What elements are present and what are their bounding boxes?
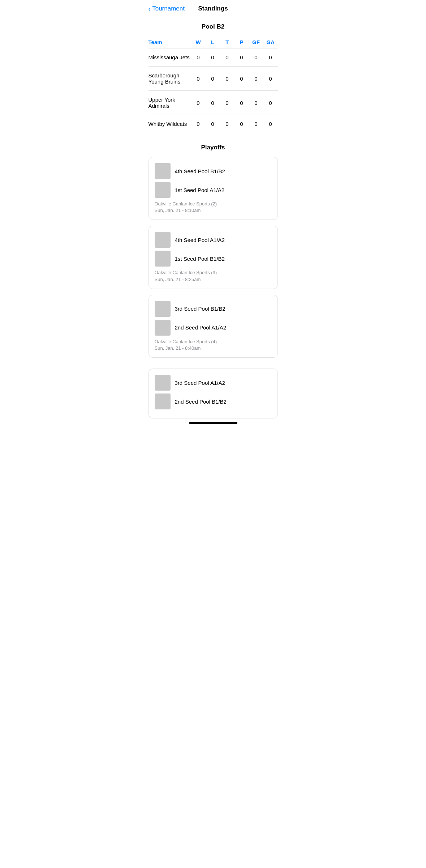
game-datetime: Sun, Jan. 21 - 8:10am	[155, 208, 201, 213]
matchup-venue: Oakville Canlan Ice Sports (2) Sun, Jan.…	[155, 201, 272, 214]
table-row[interactable]: Mississauga Jets 0 0 0 0 0 0	[149, 48, 278, 67]
back-chevron-icon: ‹	[149, 5, 151, 12]
matchup-team-row: 3rd Seed Pool B1/B2	[155, 301, 272, 317]
stat-gf: 0	[249, 100, 263, 106]
team-name: Whitby Wildcats	[149, 121, 191, 127]
standings-header: Team W L T P GF GA	[149, 39, 278, 48]
playoff-cards: 4th Seed Pool B1/B2 1st Seed Pool A1/A2 …	[143, 157, 284, 369]
stat-ga: 0	[263, 121, 278, 127]
stat-t: 0	[220, 121, 234, 127]
col-t-header: T	[220, 39, 234, 45]
stat-ga: 0	[263, 76, 278, 82]
page-title: Standings	[198, 5, 228, 12]
home-indicator	[143, 418, 284, 426]
team2-name: 1st Seed Pool A1/A2	[175, 187, 225, 193]
team1-name: 3rd Seed Pool B1/B2	[175, 306, 225, 312]
team-logo	[155, 393, 171, 409]
stat-p: 0	[234, 76, 249, 82]
col-team-header: Team	[149, 39, 191, 45]
playoffs-title: Playoffs	[143, 133, 284, 157]
playoff-card[interactable]: 4th Seed Pool A1/A2 1st Seed Pool B1/B2 …	[149, 226, 278, 289]
col-ga-header: GA	[263, 39, 278, 45]
team2-name: 1st Seed Pool B1/B2	[175, 256, 225, 262]
team-logo	[155, 320, 171, 336]
matchup-team-row: 3rd Seed Pool A1/A2	[155, 375, 272, 391]
game-datetime: Sun, Jan. 21 - 8:40am	[155, 345, 201, 351]
back-button[interactable]: ‹ Tournament	[149, 5, 185, 12]
col-p-header: P	[234, 39, 249, 45]
matchup-team-row: 4th Seed Pool B1/B2	[155, 163, 272, 179]
stat-p: 0	[234, 100, 249, 106]
col-gf-header: GF	[249, 39, 263, 45]
back-label: Tournament	[152, 5, 185, 12]
team-logo	[155, 251, 171, 267]
stat-t: 0	[220, 76, 234, 82]
stat-ga: 0	[263, 54, 278, 60]
stat-l: 0	[206, 100, 220, 106]
table-row[interactable]: Upper York Admirals 0 0 0 0 0 0	[149, 91, 278, 115]
team1-name: 4th Seed Pool B1/B2	[175, 168, 225, 174]
venue-name: Oakville Canlan Ice Sports (4)	[155, 339, 217, 344]
venue-name: Oakville Canlan Ice Sports (3)	[155, 270, 217, 275]
standings-table: Team W L T P GF GA Mississauga Jets 0 0 …	[143, 39, 284, 133]
playoff-card-partial[interactable]: 3rd Seed Pool A1/A2 2nd Seed Pool B1/B2	[149, 369, 278, 418]
matchup-team-row: 1st Seed Pool B1/B2	[155, 251, 272, 267]
stat-p: 0	[234, 54, 249, 60]
venue-name: Oakville Canlan Ice Sports (2)	[155, 201, 217, 207]
stat-l: 0	[206, 76, 220, 82]
header: ‹ Tournament Standings	[143, 0, 284, 16]
stat-w: 0	[191, 100, 206, 106]
matchup-team-row: 2nd Seed Pool B1/B2	[155, 393, 272, 409]
col-l-header: L	[206, 39, 220, 45]
team1-name: 3rd Seed Pool A1/A2	[175, 380, 225, 386]
matchup-venue: Oakville Canlan Ice Sports (4) Sun, Jan.…	[155, 339, 272, 352]
col-w-header: W	[191, 39, 206, 45]
stat-l: 0	[206, 54, 220, 60]
table-row[interactable]: Whitby Wildcats 0 0 0 0 0 0	[149, 115, 278, 133]
team-name: Scarborough Young Bruins	[149, 72, 191, 85]
team-logo	[155, 182, 171, 198]
home-bar	[189, 422, 237, 424]
team-logo	[155, 232, 171, 248]
matchup-venue: Oakville Canlan Ice Sports (3) Sun, Jan.…	[155, 269, 272, 282]
stat-gf: 0	[249, 76, 263, 82]
stat-t: 0	[220, 100, 234, 106]
pool-title: Pool B2	[143, 16, 284, 39]
matchup-team-row: 2nd Seed Pool A1/A2	[155, 320, 272, 336]
stat-w: 0	[191, 76, 206, 82]
playoff-card[interactable]: 4th Seed Pool B1/B2 1st Seed Pool A1/A2 …	[149, 157, 278, 220]
playoff-card[interactable]: 3rd Seed Pool B1/B2 2nd Seed Pool A1/A2 …	[149, 295, 278, 358]
team2-name: 2nd Seed Pool A1/A2	[175, 324, 227, 331]
team-logo	[155, 301, 171, 317]
team-name: Mississauga Jets	[149, 54, 191, 60]
stat-p: 0	[234, 121, 249, 127]
game-datetime: Sun, Jan. 21 - 8:25am	[155, 277, 201, 282]
stat-w: 0	[191, 54, 206, 60]
stat-gf: 0	[249, 54, 263, 60]
stat-l: 0	[206, 121, 220, 127]
stat-gf: 0	[249, 121, 263, 127]
team-name: Upper York Admirals	[149, 97, 191, 109]
team1-name: 4th Seed Pool A1/A2	[175, 237, 225, 243]
team2-name: 2nd Seed Pool B1/B2	[175, 399, 227, 405]
table-row[interactable]: Scarborough Young Bruins 0 0 0 0 0 0	[149, 67, 278, 91]
stat-ga: 0	[263, 100, 278, 106]
matchup-team-row: 1st Seed Pool A1/A2	[155, 182, 272, 198]
team-logo	[155, 375, 171, 391]
stat-w: 0	[191, 121, 206, 127]
matchup-team-row: 4th Seed Pool A1/A2	[155, 232, 272, 248]
stat-t: 0	[220, 54, 234, 60]
team-logo	[155, 163, 171, 179]
